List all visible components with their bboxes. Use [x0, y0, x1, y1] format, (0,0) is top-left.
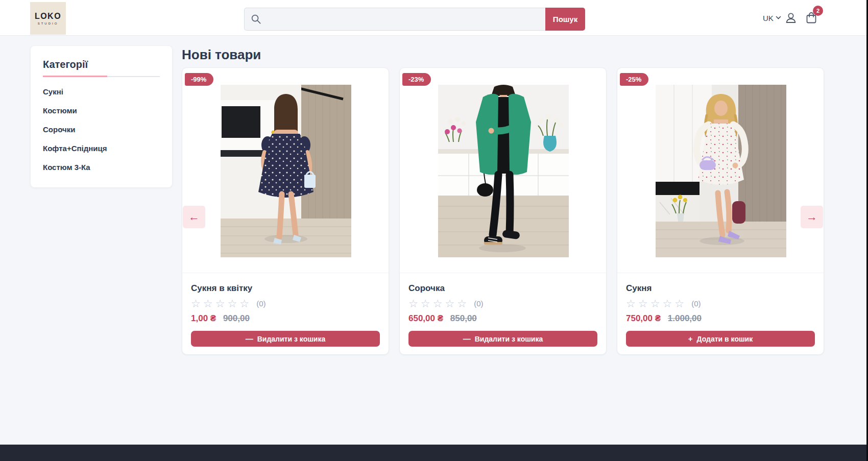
chevron-down-icon — [776, 16, 781, 20]
product-card: -99% — [182, 67, 389, 355]
logo-text: LOKO — [35, 12, 61, 21]
footer — [0, 444, 868, 461]
arrow-left-icon: ← — [188, 210, 200, 224]
categories-title: Категорії — [43, 59, 160, 70]
discount-badge: -99% — [185, 73, 213, 86]
remove-from-cart-button[interactable]: — Видалити з кошика — [408, 331, 597, 347]
logo[interactable]: LOKO STUDIO — [30, 2, 66, 35]
product-info: Сукня в квітку ☆☆☆☆☆ (0) 1,00 ₴ 900,00 —… — [182, 273, 389, 354]
product-image[interactable] — [438, 85, 569, 257]
sidebar-item-suits[interactable]: Костюми — [43, 96, 160, 115]
product-rating: ☆☆☆☆☆ (0) — [626, 298, 815, 309]
product-card: -23% — [399, 67, 607, 355]
old-price: 900,00 — [223, 313, 250, 323]
product-rating: ☆☆☆☆☆ (0) — [408, 298, 597, 309]
old-price: 1.000,00 — [668, 313, 702, 323]
product-info: Сукня ☆☆☆☆☆ (0) 750,00 ₴ 1.000,00 + Дода… — [617, 273, 824, 354]
product-rating: ☆☆☆☆☆ (0) — [191, 298, 380, 309]
carousel-next-button[interactable]: → — [801, 206, 823, 228]
categories-panel: Категорії Сукні Костюми Сорочки Кофта+Сп… — [31, 46, 172, 187]
search-bar: Пошук — [244, 8, 585, 31]
product-prices: 650,00 ₴ 850,00 — [408, 313, 597, 324]
rating-count: (0) — [691, 299, 701, 308]
add-to-cart-button[interactable]: + Додати в кошик — [626, 331, 815, 347]
product-image[interactable] — [221, 85, 351, 257]
product-title[interactable]: Сукня — [626, 283, 815, 294]
sidebar-item-dresses[interactable]: Сукні — [43, 77, 160, 96]
product-title[interactable]: Сукня в квітку — [191, 283, 380, 294]
discount-badge: -23% — [402, 73, 431, 86]
remove-from-cart-button[interactable]: — Видалити з кошика — [191, 331, 380, 347]
star-rating-icons: ☆☆☆☆☆ — [408, 298, 469, 309]
old-price: 850,00 — [450, 313, 477, 323]
cart-button-label: Видалити з кошика — [475, 335, 543, 343]
cart-button-label: Видалити з кошика — [257, 335, 326, 343]
current-price: 650,00 ₴ — [408, 313, 443, 323]
minus-icon: — — [463, 334, 471, 343]
sidebar-item-shirts[interactable]: Сорочки — [43, 115, 160, 134]
header: LOKO STUDIO Пошук UK 2 — [0, 0, 868, 36]
language-selector[interactable]: UK — [763, 13, 781, 23]
product-image[interactable] — [656, 85, 786, 257]
search-button[interactable]: Пошук — [545, 8, 585, 31]
star-rating-icons: ☆☆☆☆☆ — [626, 298, 687, 309]
minus-icon: — — [246, 334, 253, 343]
discount-badge: -25% — [620, 73, 648, 86]
product-title[interactable]: Сорочка — [408, 283, 597, 294]
categories-divider — [43, 76, 160, 77]
star-rating-icons: ☆☆☆☆☆ — [191, 298, 252, 309]
cart-button-label: Додати в кошик — [697, 335, 753, 343]
user-icon[interactable] — [784, 11, 798, 25]
cart-count-badge[interactable]: 2 — [813, 6, 823, 16]
page-title: Нові товари — [182, 47, 261, 63]
current-price: 750,00 ₴ — [626, 313, 661, 323]
search-input[interactable] — [244, 8, 545, 31]
product-info: Сорочка ☆☆☆☆☆ (0) 650,00 ₴ 850,00 — Вида… — [400, 273, 606, 354]
plus-icon: + — [688, 334, 693, 343]
arrow-right-icon: → — [806, 210, 817, 224]
sidebar-item-suit-3piece[interactable]: Костюм 3-Ка — [43, 153, 160, 172]
logo-subtext: STUDIO — [38, 22, 59, 25]
sidebar-item-top-skirt[interactable]: Кофта+Спідниця — [43, 134, 160, 153]
product-prices: 750,00 ₴ 1.000,00 — [626, 313, 815, 324]
product-card: -25% — [617, 67, 824, 355]
current-price: 1,00 ₴ — [191, 313, 216, 323]
rating-count: (0) — [474, 299, 483, 308]
language-label: UK — [763, 14, 774, 22]
rating-count: (0) — [256, 299, 266, 308]
product-prices: 1,00 ₴ 900,00 — [191, 313, 380, 324]
carousel-prev-button[interactable]: ← — [183, 206, 205, 228]
